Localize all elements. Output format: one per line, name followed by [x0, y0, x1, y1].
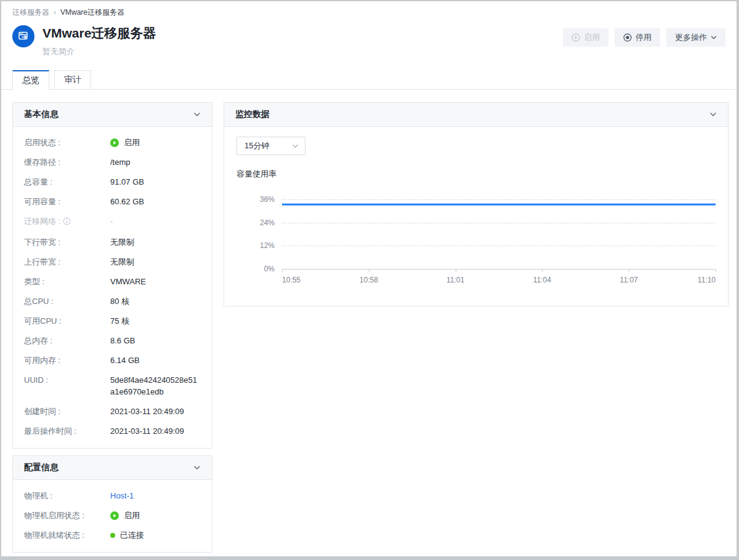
info-label-text: 启用状态 : — [24, 138, 60, 147]
right-column: 监控数据 15分钟 容量使用率 0%12%24%36% — [224, 102, 729, 306]
info-value: 5de8f4ae424240528e51a1e6970e1edb — [110, 374, 201, 398]
button-label: 停用 — [636, 32, 652, 43]
info-value: VMWARE — [110, 276, 201, 287]
status-enabled-icon — [110, 138, 119, 147]
value-text: 无限制 — [110, 257, 134, 266]
info-label: 可用内存 : — [24, 354, 110, 366]
tab-audit[interactable]: 审计 — [54, 70, 91, 90]
x-axis-tick — [542, 270, 543, 272]
config-info-title: 配置信息 — [24, 462, 59, 473]
disable-button[interactable]: 停用 — [615, 28, 660, 47]
info-label: 物理机 : — [24, 490, 110, 502]
value-text: 8.6 GB — [110, 336, 135, 345]
info-value: 75 核 — [110, 315, 201, 327]
y-tick-label: 36% — [236, 195, 275, 204]
info-label-text: UUID : — [24, 375, 48, 385]
info-label-text: 可用容量 : — [24, 197, 60, 206]
play-circle-icon — [571, 33, 580, 42]
host-link[interactable]: Host-1 — [110, 491, 134, 500]
info-row: UUID :5de8f4ae424240528e51a1e6970e1edb — [24, 374, 201, 398]
info-row: 总内存 :8.6 GB — [24, 335, 201, 346]
info-value: 已连接 — [110, 529, 201, 541]
chevron-down-icon — [292, 143, 299, 150]
button-label: 启用 — [584, 32, 600, 43]
value-text: /temp — [110, 158, 131, 167]
series-line-容量使用率 — [282, 196, 716, 270]
basic-info-body: 启用状态 :启用缓存路径 :/temp总容量 :91.07 GB可用容量 :60… — [13, 127, 212, 448]
chevron-down-icon[interactable] — [193, 111, 201, 118]
chevron-down-icon[interactable] — [193, 464, 201, 471]
info-label-text: 可用内存 : — [24, 356, 60, 365]
info-row: 物理机 :Host-1 — [24, 490, 201, 502]
info-value: 2021-03-11 20:49:09 — [110, 406, 201, 417]
status-text: 已连接 — [120, 529, 144, 541]
x-tick-label: 11:01 — [446, 276, 464, 284]
more-actions-button[interactable]: 更多操作 — [666, 28, 725, 47]
info-row: 类型 :VMWARE — [24, 276, 201, 287]
x-axis-tick — [282, 270, 283, 272]
info-row: 物理机就绪状态 :已连接 — [24, 529, 201, 541]
info-label-text: 物理机 : — [24, 491, 52, 500]
tab-overview[interactable]: 总览 — [12, 70, 49, 90]
info-circle-icon[interactable] — [63, 217, 71, 228]
info-value: 8.6 GB — [110, 335, 201, 346]
breadcrumb-item[interactable]: 迁移服务器 — [12, 8, 49, 17]
status-text: 启用 — [124, 510, 140, 521]
content-area: 基本信息 启用状态 :启用缓存路径 :/temp总容量 :91.07 GB可用容… — [1, 90, 737, 553]
chevron-down-icon[interactable] — [709, 111, 717, 118]
info-value: 启用 — [110, 137, 201, 148]
info-label: 总容量 : — [24, 176, 110, 188]
chart-plot: 0%12%24%36% — [282, 196, 716, 270]
value-text: 2021-03-11 20:49:09 — [110, 407, 184, 416]
monitor-card: 监控数据 15分钟 容量使用率 0%12%24%36% — [224, 102, 729, 306]
period-select[interactable]: 15分钟 — [236, 137, 305, 155]
monitor-header[interactable]: 监控数据 — [224, 103, 728, 127]
info-label: 下行带宽 : — [24, 236, 110, 248]
info-label: 总内存 : — [24, 335, 110, 346]
button-label: 更多操作 — [675, 32, 707, 43]
monitor-title: 监控数据 — [235, 109, 270, 120]
x-axis-tick — [629, 270, 629, 272]
title-block: VMware迁移服务器 暂无简介 — [42, 25, 156, 57]
page-subtitle: 暂无简介 — [42, 46, 156, 57]
info-label-text: 最后操作时间 : — [24, 426, 76, 436]
value-text: 2021-03-11 20:49:09 — [110, 426, 184, 436]
config-info-header[interactable]: 配置信息 — [13, 456, 212, 480]
monitor-body: 15分钟 容量使用率 0%12%24%36% 10:5510:5811:0111… — [224, 127, 728, 306]
info-value: 无限制 — [110, 236, 201, 248]
info-label: 最后操作时间 : — [24, 425, 110, 437]
info-row: 最后操作时间 :2021-03-11 20:49:09 — [24, 425, 201, 437]
info-label: 启用状态 : — [24, 137, 110, 148]
info-label: 缓存路径 : — [24, 156, 110, 168]
stop-circle-icon — [623, 33, 632, 42]
info-label-text: 迁移网络 : — [24, 217, 60, 226]
info-row: 总容量 :91.07 GB — [24, 176, 201, 188]
action-buttons: 启用停用更多操作 — [563, 28, 725, 47]
y-tick-label: 24% — [236, 218, 275, 227]
value-text: 80 核 — [110, 297, 129, 306]
tab-label: 审计 — [64, 74, 81, 86]
info-row: 缓存路径 :/temp — [24, 156, 201, 168]
page-title: VMware迁移服务器 — [42, 25, 156, 41]
x-axis-tick — [369, 270, 370, 272]
info-label: 物理机就绪状态 : — [24, 529, 110, 541]
info-label-text: 下行带宽 : — [24, 238, 60, 247]
info-label-text: 物理机就绪状态 : — [24, 530, 84, 540]
x-tick-label: 11:10 — [698, 276, 716, 284]
basic-info-header[interactable]: 基本信息 — [13, 103, 212, 127]
x-axis-tick — [456, 270, 456, 272]
info-label-text: 创建时间 : — [24, 407, 60, 416]
info-value: 无限制 — [110, 256, 201, 268]
info-label: 可用CPU : — [24, 315, 110, 327]
value-text: 91.07 GB — [110, 177, 144, 186]
chart-title: 容量使用率 — [236, 169, 716, 180]
info-label: 总CPU : — [24, 295, 110, 307]
breadcrumb-item: VMware迁移服务器 — [60, 8, 124, 17]
info-label: 上行带宽 : — [24, 256, 110, 268]
value-text: 75 核 — [110, 316, 129, 326]
info-value: 91.07 GB — [110, 176, 201, 188]
info-label-text: 可用CPU : — [24, 316, 62, 326]
breadcrumb: 迁移服务器›VMware迁移服务器 — [1, 1, 737, 18]
config-info-body: 物理机 :Host-1物理机启用状态 :启用物理机就绪状态 :已连接 — [13, 480, 212, 552]
enable-button[interactable]: 启用 — [563, 28, 608, 47]
